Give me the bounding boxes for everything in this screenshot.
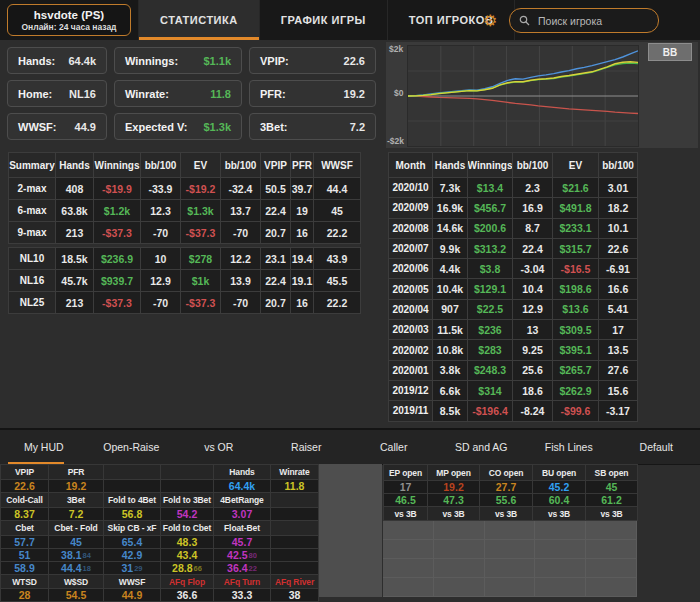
- table-cell: 22.2: [314, 292, 361, 314]
- hud-stat-label: WTSD: [1, 575, 49, 589]
- player-search[interactable]: [509, 8, 659, 33]
- hud-tab[interactable]: vs OR: [175, 430, 263, 464]
- bb-toggle-button[interactable]: BB: [648, 43, 692, 61]
- top-tab[interactable]: ГРАФИК ИГРЫ: [259, 0, 387, 40]
- table-cell: 2.3: [513, 178, 553, 198]
- hud-stat-label: [161, 465, 214, 480]
- table-cell: 16.6: [599, 279, 638, 299]
- empty-cell: [383, 559, 434, 578]
- hud-sub-value: 22: [249, 564, 257, 574]
- settings-gear-icon[interactable]: ⚙: [483, 0, 497, 40]
- hud-stat-label: vs 3B: [533, 507, 586, 521]
- table-cell: $939.7: [94, 270, 141, 292]
- hud-stat-value: 65.4: [104, 536, 161, 549]
- table-cell: 12.9: [513, 300, 553, 320]
- table-cell: $129.1: [468, 279, 513, 299]
- table-cell: $22.5: [468, 300, 513, 320]
- table-cell: $1k: [181, 270, 221, 292]
- column-header: Month: [389, 153, 433, 178]
- hud-stat-label: vs 3B: [384, 507, 428, 521]
- hud-stat-value: 51: [1, 549, 49, 562]
- row-label: 2020/08: [389, 219, 433, 239]
- table-cell: -33.9: [141, 178, 181, 200]
- table-cell: 8.5k: [433, 401, 468, 421]
- table-cell: 16: [291, 222, 314, 244]
- hud-stat-label: 3Bet: [49, 493, 104, 508]
- position-header: SB open: [586, 465, 638, 481]
- table-cell: 12.9: [141, 270, 181, 292]
- empty-cell: [586, 559, 637, 578]
- column-header: Winnings: [94, 153, 141, 178]
- column-header: bb/100: [599, 153, 638, 178]
- table-cell: -70: [221, 292, 261, 314]
- column-header: bb/100: [513, 153, 553, 178]
- hud-tab[interactable]: Fish Lines: [525, 430, 613, 464]
- empty-cell: [485, 559, 536, 578]
- table-cell: 18.5k: [56, 248, 94, 270]
- hud-tab[interactable]: Default: [613, 430, 700, 464]
- table-cell: $200.6: [468, 219, 513, 239]
- hud-stat-value: [271, 549, 319, 562]
- empty-cell: [383, 578, 434, 597]
- hud-stat-value: 22.6: [1, 480, 49, 493]
- hud-tab[interactable]: Caller: [350, 430, 438, 464]
- table-cell: 9.9k: [433, 239, 468, 259]
- empty-cell: [586, 540, 637, 559]
- hud-stat-label: PFR: [49, 465, 104, 480]
- table-cell: -8.24: [513, 401, 553, 421]
- table-cell: 15.6: [599, 381, 638, 401]
- stat-box: 3Bet:7.2: [249, 113, 376, 140]
- hud-stat-label: [271, 521, 319, 536]
- stat-box: Winnings:$1.1k: [114, 47, 242, 74]
- hud-sub-value: 29: [134, 564, 142, 574]
- hud-tab[interactable]: Raiser: [263, 430, 351, 464]
- hud-stat-label: AFq Turn: [214, 575, 271, 589]
- table-cell: $313.2: [468, 239, 513, 259]
- player-button[interactable]: hsvdote (PS) Онлайн: 24 часа назад: [7, 4, 131, 36]
- hud-stat-value: [104, 480, 161, 493]
- table-cell: -$37.3: [94, 222, 141, 244]
- hud-stat-value: 38: [271, 589, 319, 602]
- hud-stat-label: Fold to 4Bet: [104, 493, 161, 508]
- table-cell: -32.4: [221, 178, 261, 200]
- empty-cell: [485, 578, 536, 597]
- hud-stat-value: 46.5: [384, 494, 428, 507]
- hud-stat-label: vs 3B: [586, 507, 638, 521]
- table-cell: 25.6: [513, 361, 553, 381]
- stat-value: NL16: [69, 88, 96, 100]
- top-tab[interactable]: СТАТИСТИКА: [138, 0, 259, 40]
- empty-cell: [535, 540, 586, 559]
- empty-cell: [485, 521, 536, 540]
- hud-tab[interactable]: My HUD: [0, 430, 88, 464]
- hud-tab[interactable]: Open-Raise: [88, 430, 176, 464]
- row-label: NL16: [9, 270, 56, 292]
- hud-divider-strip: [319, 464, 382, 597]
- empty-cell: [434, 578, 485, 597]
- empty-cell: [586, 578, 637, 597]
- hud-stat-label: VPIP: [1, 465, 49, 480]
- table-cell: 3.8k: [433, 361, 468, 381]
- table-cell: 22.2: [314, 222, 361, 244]
- table-cell: $262.9: [553, 381, 599, 401]
- y-axis-label: $2k: [389, 44, 403, 54]
- poker-stats-app: hsvdote (PS) Онлайн: 24 часа назад СТАТИ…: [0, 0, 700, 602]
- hud-stat-value: 19.2: [49, 480, 104, 493]
- hud-stat-value: 64.4k: [214, 480, 271, 493]
- search-icon: [519, 15, 530, 26]
- table-cell: $315.7: [553, 239, 599, 259]
- table-cell: -70: [221, 222, 261, 244]
- table-cell: 22.6: [599, 239, 638, 259]
- hud-stats-grid: VPIPPFRHandsWinrate22.619.264.4k11.8Cold…: [0, 464, 319, 602]
- column-header: Hands: [56, 153, 94, 178]
- y-axis-label: -$2k: [387, 136, 404, 146]
- hud-tab[interactable]: SD and AG: [438, 430, 526, 464]
- search-input[interactable]: [536, 14, 632, 28]
- table-cell: 44.4: [314, 178, 361, 200]
- table-cell: 7.3k: [433, 178, 468, 198]
- table-cell: 4.4k: [433, 259, 468, 279]
- hud-sub-value: 84: [83, 551, 91, 561]
- empty-cell: [434, 540, 485, 559]
- table-cell: 3.01: [599, 178, 638, 198]
- table-cell: -3.17: [599, 401, 638, 421]
- table-cell: 20.7: [261, 292, 291, 314]
